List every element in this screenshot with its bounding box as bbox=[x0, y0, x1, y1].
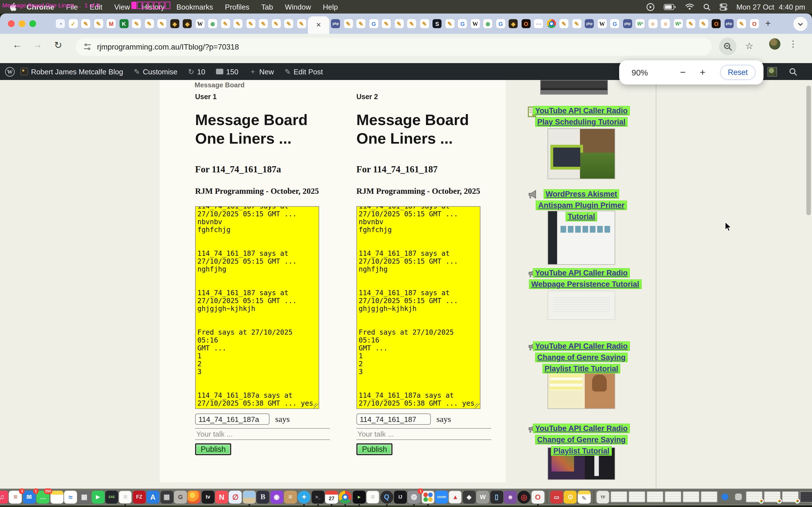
wp-comments-menu[interactable]: 150 bbox=[216, 67, 238, 76]
minimized-window[interactable] bbox=[665, 491, 681, 503]
reload-button[interactable]: ↻ bbox=[54, 40, 62, 51]
browser-tab-crest[interactable]: ◆ bbox=[168, 16, 181, 32]
minimized-window[interactable] bbox=[647, 491, 663, 503]
browser-tab-pencil[interactable]: ✎ bbox=[405, 16, 418, 32]
battery-icon[interactable] bbox=[664, 4, 676, 10]
browser-tab-pencil[interactable]: ✎ bbox=[143, 16, 156, 32]
minimized-window[interactable] bbox=[782, 491, 799, 503]
menu-item-view[interactable]: View bbox=[114, 3, 130, 11]
menu-item-window[interactable]: Window bbox=[285, 3, 311, 11]
menu-item-tab[interactable]: Tab bbox=[261, 3, 273, 11]
control-center-icon[interactable] bbox=[719, 3, 727, 10]
dock-terminal-icon[interactable]: >_ bbox=[312, 490, 324, 503]
dock-device-frame-icon[interactable]: ▯ bbox=[490, 490, 503, 503]
tutorial-link[interactable]: Playlist Tutorial bbox=[551, 446, 612, 456]
browser-tab-w3[interactable]: W³ bbox=[672, 16, 684, 32]
browser-tab-google[interactable]: G bbox=[456, 16, 469, 32]
tutorial-link[interactable]: Playlist Title Tutorial bbox=[542, 364, 620, 374]
browser-tab-pencil[interactable]: ✎ bbox=[697, 16, 710, 32]
wp-search-icon[interactable] bbox=[789, 67, 797, 76]
browser-tab-pencil[interactable]: ✎ bbox=[156, 16, 168, 32]
dock-opera-icon[interactable]: O bbox=[531, 490, 545, 503]
minimized-window[interactable] bbox=[800, 491, 812, 503]
browser-tab-google[interactable]: G bbox=[494, 16, 507, 32]
dock-mamp-icon[interactable]: ◎ bbox=[518, 490, 530, 503]
browser-scrollbar-thumb[interactable] bbox=[806, 86, 811, 215]
dock-zoom-app-icon[interactable]: zoom bbox=[435, 490, 448, 503]
minimized-window[interactable] bbox=[764, 491, 781, 503]
minimized-window[interactable] bbox=[701, 491, 718, 503]
tutorial-link[interactable]: Webpage Persistence Tutorial bbox=[529, 279, 642, 289]
dock-terminal-dark-icon[interactable]: EXE bbox=[105, 490, 118, 503]
browser-tab-crest[interactable]: ◆ bbox=[181, 16, 194, 32]
browser-tab-pencil[interactable]: ✎ bbox=[393, 16, 405, 32]
browser-tab-php[interactable]: php bbox=[723, 16, 735, 32]
dock-podcasts-icon[interactable]: ◉ bbox=[270, 490, 283, 503]
active-tab[interactable]: ✕ bbox=[308, 16, 329, 34]
tutorial-link[interactable]: YouTube API Caller Radio bbox=[533, 268, 630, 278]
dock-blocked-icon[interactable]: ∅ bbox=[229, 490, 242, 503]
browser-tab-pencil[interactable]: ✎ bbox=[80, 16, 92, 32]
dock-reminders-icon[interactable]: ≡3 bbox=[9, 490, 22, 503]
window-minimize-button[interactable] bbox=[18, 20, 26, 27]
browser-tab-gmail[interactable]: M bbox=[105, 16, 117, 32]
publish-button[interactable]: Publish bbox=[195, 443, 232, 455]
minimized-window[interactable] bbox=[746, 491, 763, 503]
dock-health-icon[interactable]: ≈ bbox=[64, 490, 77, 503]
browser-tab-wiki[interactable]: W bbox=[596, 16, 608, 32]
dock-terminal-alt-icon[interactable]: ▸ bbox=[353, 490, 366, 503]
dock-photos-window-icon[interactable] bbox=[243, 490, 256, 503]
zoom-minus-button[interactable]: − bbox=[680, 67, 686, 78]
dock-notes-yellow-icon[interactable] bbox=[50, 490, 63, 503]
browser-tab-php[interactable]: php bbox=[583, 16, 596, 32]
tutorial-thumbnail[interactable] bbox=[548, 291, 615, 320]
tutorial-link[interactable]: Change of Genre Saying bbox=[535, 435, 628, 445]
browser-tab-dots[interactable]: ⋯ bbox=[532, 16, 545, 32]
dock-keypad-icon[interactable]: ▦ bbox=[160, 490, 173, 503]
browser-tab-php[interactable]: php bbox=[329, 16, 342, 32]
dock-safari-icon[interactable]: ✦ bbox=[298, 490, 311, 503]
browser-tab-pencil[interactable]: ✎ bbox=[219, 16, 232, 32]
browser-tab-pencil[interactable]: ✎ bbox=[558, 16, 570, 32]
browser-tab-pencil[interactable]: ✎ bbox=[418, 16, 431, 32]
dock-altserver-icon[interactable]: ▲ bbox=[449, 490, 462, 503]
dock-news-icon[interactable]: N bbox=[215, 490, 228, 503]
browser-tab-check[interactable]: ✓ bbox=[67, 16, 80, 32]
menu-item-help[interactable]: Help bbox=[323, 3, 338, 11]
zoom-reset-button[interactable]: Reset bbox=[720, 65, 756, 80]
wp-site-menu[interactable]: Robert James Metcalfe Blog bbox=[20, 67, 123, 76]
dock-chrome-icon[interactable] bbox=[339, 490, 352, 503]
menu-item-bookmarks[interactable]: Bookmarks bbox=[176, 3, 213, 11]
tutorial-link[interactable]: YouTube API Caller Radio bbox=[533, 106, 630, 115]
tutorial-link[interactable]: Antispam Plugin Primer bbox=[536, 201, 627, 210]
dock-mini-figure[interactable] bbox=[735, 494, 742, 500]
dock-mail-icon[interactable]: ✉1 bbox=[23, 490, 36, 503]
tutorial-link[interactable]: Play Scheduling Tutorial bbox=[535, 117, 627, 127]
browser-tab-sdark[interactable]: S bbox=[431, 16, 444, 32]
tab-close-icon[interactable]: ✕ bbox=[316, 21, 321, 29]
browser-tab-crest[interactable]: ◆ bbox=[507, 16, 520, 32]
browser-tab-google[interactable]: G bbox=[608, 16, 621, 32]
dock-gimp-icon[interactable]: G bbox=[174, 490, 187, 503]
talk-input[interactable] bbox=[195, 429, 330, 439]
dock-launchpad-icon[interactable]: ▦ bbox=[78, 490, 91, 503]
dock-contacts-icon[interactable]: ≡ bbox=[284, 490, 297, 503]
tutorial-link[interactable]: Change of Genre Saying bbox=[535, 353, 628, 362]
spotlight-icon[interactable] bbox=[703, 3, 711, 10]
dock-intellij-icon[interactable]: IJ bbox=[394, 490, 407, 503]
dock-calendar-icon[interactable]: 27 bbox=[325, 490, 338, 503]
wp-edit-post-menu[interactable]: ✎ Edit Post bbox=[285, 67, 323, 76]
dock-apple-tv-icon[interactable]: tv bbox=[202, 490, 214, 503]
dock-firefox-icon[interactable] bbox=[188, 490, 201, 503]
browser-tab-pencil[interactable]: ✎ bbox=[735, 16, 748, 32]
minimized-window[interactable] bbox=[682, 491, 700, 503]
window-close-button[interactable] bbox=[8, 20, 15, 27]
dock-flashcards-icon[interactable]: ▭ bbox=[550, 490, 563, 503]
browser-tab-pencil[interactable]: ✎ bbox=[92, 16, 105, 32]
tutorial-link[interactable]: WordPress Akismet bbox=[543, 189, 619, 199]
site-info-icon[interactable] bbox=[84, 43, 91, 51]
tutorial-thumbnail[interactable] bbox=[548, 128, 615, 179]
dock-colorsync-icon[interactable] bbox=[421, 490, 435, 503]
dock-mini-app[interactable] bbox=[721, 494, 728, 500]
dock-inkscape-icon[interactable]: ◆ bbox=[463, 490, 476, 503]
